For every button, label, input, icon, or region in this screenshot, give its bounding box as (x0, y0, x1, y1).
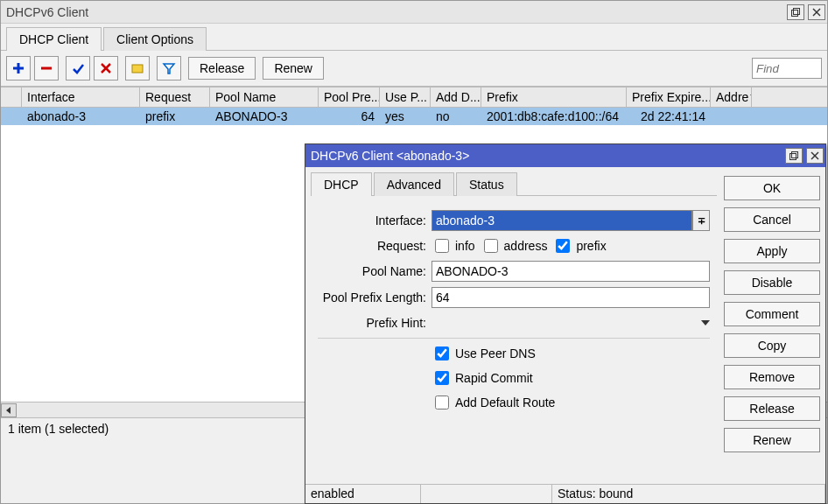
release-button[interactable]: Release (188, 57, 256, 80)
main-tabs: DHCP Client Client Options (6, 27, 827, 51)
interface-dropdown-icon[interactable]: ∓ (692, 210, 710, 231)
cell-addre (711, 108, 752, 125)
cell-addd: no (431, 108, 481, 125)
dialog-title: DHCPv6 Client <abonado-3> (311, 149, 783, 163)
tab-dhcp[interactable]: DHCP (311, 172, 372, 196)
prefix-hint-input[interactable] (432, 313, 701, 332)
dialog-titlebar: DHCPv6 Client <abonado-3> (305, 144, 825, 167)
dialog-status-bind: Status: bound (552, 485, 825, 503)
th-addre[interactable]: Addre (711, 88, 752, 107)
svg-rect-12 (790, 154, 796, 160)
dialog-status-empty (421, 485, 552, 503)
svg-rect-13 (792, 152, 798, 158)
ok-button[interactable]: OK (724, 176, 820, 200)
comment-button[interactable]: Comment (724, 302, 820, 326)
th-flag[interactable] (1, 88, 22, 107)
th-prefixexp[interactable]: Prefix Expire... (627, 88, 711, 107)
tab-status[interactable]: Status (456, 172, 517, 196)
enable-icon[interactable] (66, 56, 90, 80)
find-input[interactable] (752, 58, 822, 79)
svg-rect-9 (132, 65, 143, 73)
cell-poolname: ABONADO-3 (210, 108, 319, 125)
interface-select[interactable]: ∓ (432, 210, 710, 231)
dialog-status-state: enabled (305, 485, 421, 503)
cell-request: prefix (140, 108, 210, 125)
pool-name-input[interactable] (432, 261, 710, 282)
th-prefix[interactable]: Prefix (481, 88, 627, 107)
check-rapid-commit[interactable]: Rapid Commit (432, 368, 533, 388)
filter-icon[interactable] (157, 56, 181, 80)
table-header: Interface Request Pool Name Pool Pre... … (1, 88, 827, 108)
renew-button[interactable]: Renew (263, 57, 324, 80)
label-rapid-commit: Rapid Commit (455, 371, 533, 385)
check-prefix[interactable]: prefix (552, 236, 606, 256)
table-row[interactable]: abonado-3 prefix ABONADO-3 64 yes no 200… (1, 108, 827, 125)
cancel-button[interactable]: Cancel (724, 207, 820, 232)
check-add-default-route[interactable]: Add Default Route (432, 393, 555, 412)
scroll-left-icon[interactable] (1, 403, 17, 417)
cell-prefix: 2001:db8:cafe:d100::/64 (481, 108, 627, 125)
th-poolname[interactable]: Pool Name (210, 88, 319, 107)
main-titlebar: DHCPv6 Client (1, 1, 827, 24)
tab-dhcp-client[interactable]: DHCP Client (6, 27, 102, 51)
add-icon[interactable] (6, 56, 31, 80)
disable-icon[interactable] (94, 56, 118, 80)
svg-rect-1 (794, 8, 800, 14)
divider (318, 338, 710, 339)
remove-button[interactable]: Remove (724, 365, 820, 389)
cell-poolpre: 64 (319, 108, 380, 125)
sort-indicator-icon (750, 94, 752, 100)
main-title: DHCPv6 Client (6, 5, 785, 19)
th-addre-label: Addre (716, 90, 748, 104)
dialog-tabs: DHCP Advanced Status (311, 172, 717, 196)
pool-prefix-length-input[interactable] (432, 287, 710, 308)
label-prefixhint: Prefix Hint: (318, 316, 432, 330)
toolbar: Release Renew (1, 51, 827, 87)
th-interface[interactable]: Interface (22, 88, 140, 107)
svg-marker-10 (164, 64, 174, 74)
svg-marker-11 (6, 407, 11, 414)
check-prefix-label: prefix (576, 239, 606, 253)
th-usep[interactable]: Use P... (380, 88, 431, 107)
check-address-label: address (504, 239, 548, 253)
release-button-dlg[interactable]: Release (724, 396, 820, 421)
label-interface: Interface: (318, 214, 432, 228)
dialog-buttons: OK Cancel Apply Disable Comment Copy Rem… (724, 172, 820, 479)
cell-prefixexp: 2d 22:41:14 (627, 108, 711, 125)
dialog-close-icon[interactable] (806, 148, 824, 164)
dialog-restore-icon[interactable] (785, 148, 803, 164)
th-request[interactable]: Request (140, 88, 210, 107)
tab-advanced[interactable]: Advanced (374, 172, 454, 196)
cell-usep: yes (380, 108, 431, 125)
disable-button[interactable]: Disable (724, 270, 820, 295)
close-icon[interactable] (808, 4, 825, 20)
cell-interface: abonado-3 (22, 108, 140, 125)
copy-button[interactable]: Copy (724, 333, 820, 358)
check-use-peer-dns[interactable]: Use Peer DNS (432, 344, 536, 363)
dialog-status: enabled Status: bound (305, 484, 825, 503)
label-poolprefixlen: Pool Prefix Length: (318, 290, 432, 304)
label-add-default-route: Add Default Route (455, 396, 555, 410)
comment-icon[interactable] (125, 56, 150, 80)
dialog: DHCPv6 Client <abonado-3> DHCP Advanced … (305, 144, 826, 504)
renew-button-dlg[interactable]: Renew (724, 428, 820, 452)
label-use-peer-dns: Use Peer DNS (455, 346, 536, 360)
remove-icon[interactable] (34, 56, 59, 80)
restore-icon[interactable] (787, 4, 804, 20)
th-poolpre[interactable]: Pool Pre... (319, 88, 380, 107)
check-address[interactable]: address (481, 236, 548, 256)
label-poolname: Pool Name: (318, 264, 432, 278)
th-addd[interactable]: Add D... (431, 88, 481, 107)
interface-input[interactable] (432, 210, 692, 231)
svg-rect-0 (792, 10, 798, 16)
check-info[interactable]: info (432, 236, 475, 256)
label-request: Request: (318, 239, 432, 253)
prefix-hint-expand-icon[interactable] (701, 320, 710, 326)
check-info-label: info (455, 239, 475, 253)
tab-client-options[interactable]: Client Options (103, 27, 207, 51)
apply-button[interactable]: Apply (724, 239, 820, 263)
